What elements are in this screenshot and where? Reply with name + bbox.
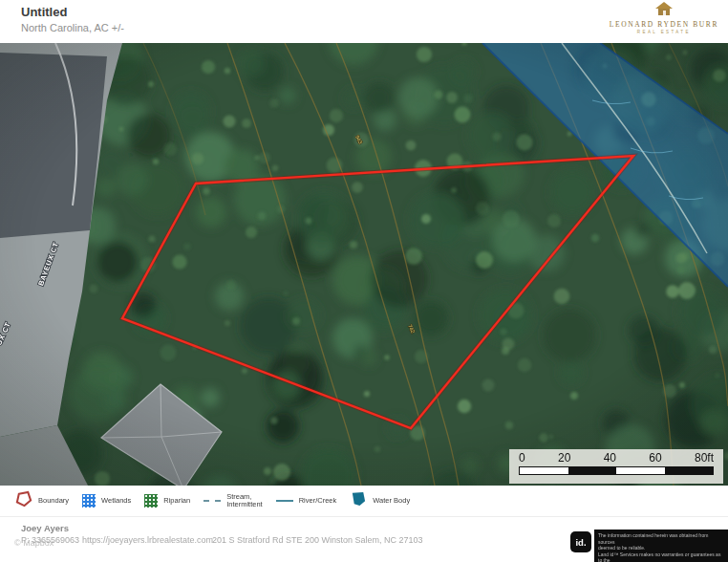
page-title: Untitled — [21, 5, 67, 19]
legend-item-riparian: Riparian — [144, 494, 190, 508]
legend-label: Water Body — [373, 497, 410, 506]
water-body-swatch-icon — [350, 490, 367, 511]
riparian-swatch-icon — [144, 494, 158, 508]
boundary-outline-icon — [15, 490, 32, 511]
scale-bar: 0 20 40 60 80ft — [509, 449, 723, 484]
scale-tick: 20 — [558, 451, 570, 465]
legend-label: Stream, Intermittent — [226, 493, 263, 509]
dashed-line-icon — [203, 500, 221, 502]
agent-phone: P: 3365569063 — [21, 535, 79, 545]
scale-tick: 60 — [649, 451, 661, 465]
brand-tagline: REAL ESTATE — [610, 30, 718, 34]
agent-name: Joey Ayers — [21, 523, 69, 533]
scale-bar-segments — [519, 466, 714, 475]
office-address: 201 S Stratford Rd STE 200 Winston Salem… — [212, 535, 423, 545]
legend-label: River/Creek — [299, 497, 337, 506]
legend-item-water-body: Water Body — [350, 490, 410, 511]
scale-tick: 80ft — [695, 451, 714, 465]
page-subtitle: North Carolina, AC +/- — [21, 22, 124, 33]
map-export-page: Untitled North Carolina, AC +/- LEONARD … — [0, 0, 728, 562]
header: Untitled North Carolina, AC +/- LEONARD … — [0, 0, 728, 43]
brand-name: LEONARD RYDEN BURR — [610, 20, 718, 29]
legend-label: Boundary — [38, 497, 69, 506]
map-canvas[interactable]: BAYEUX CT UX CT 943 742 0 20 40 60 80ft — [0, 43, 728, 486]
legend-item-stream-intermittent: Stream, Intermittent — [203, 493, 263, 509]
disclaimer-line: deemed to be reliable. — [598, 545, 724, 551]
land-id-logo: id. — [570, 531, 591, 552]
legend-item-boundary: Boundary — [15, 490, 69, 511]
scale-tick: 40 — [604, 451, 616, 465]
brand-logo: LEONARD RYDEN BURR REAL ESTATE — [610, 2, 718, 34]
map-legend: Boundary Wetlands Riparian Stream, Inter… — [0, 486, 728, 516]
scale-tick: 0 — [519, 451, 525, 465]
footer: Joey Ayers © Mapbox P: 3365569063 https:… — [0, 516, 728, 562]
agent-website[interactable]: https://joeyayers.lrbrealestate.com — [82, 535, 213, 545]
wetlands-swatch-icon — [82, 494, 96, 508]
disclaimer-line: The information contained herein was obt… — [598, 532, 724, 545]
disclaimer-line: Land id™ Services makes no warranties or… — [598, 551, 724, 562]
disclaimer-box: The information contained herein was obt… — [594, 530, 728, 562]
house-icon — [653, 3, 674, 19]
scale-ticks: 0 20 40 60 80ft — [519, 451, 714, 465]
legend-item-wetlands: Wetlands — [82, 494, 131, 508]
legend-label: Riparian — [163, 497, 190, 506]
legend-item-river-creek: River/Creek — [276, 497, 337, 506]
solid-line-icon — [276, 500, 293, 502]
vignette — [0, 43, 728, 486]
legend-label: Wetlands — [101, 497, 131, 506]
aerial-map: BAYEUX CT UX CT 943 742 — [0, 43, 728, 486]
